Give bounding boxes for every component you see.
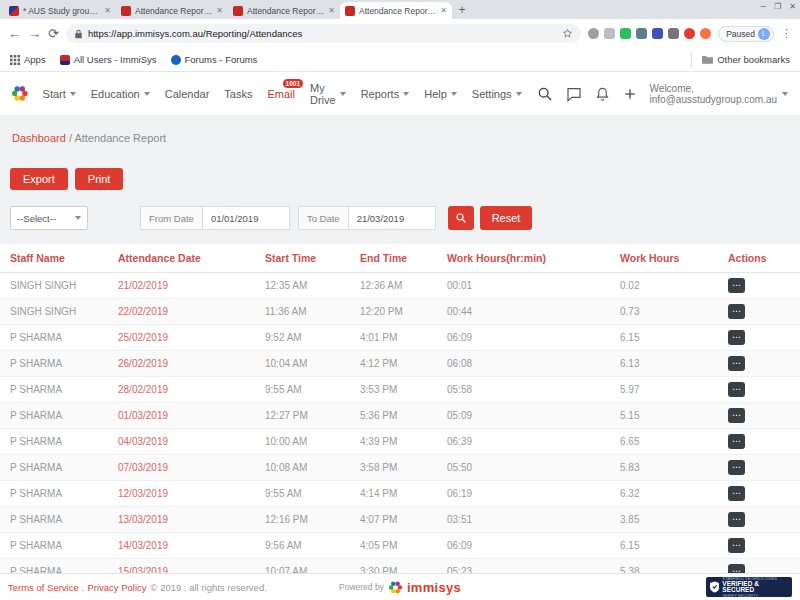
paused-extension-badge[interactable]: Paused L [718,26,774,42]
row-actions-button[interactable] [728,304,745,319]
table-row: P SHARMA 07/03/2019 10:08 AM 3:58 PM 05:… [0,455,800,481]
nav-item-my-drive[interactable]: My Drive [310,82,346,106]
staff-select[interactable]: --Select-- [10,206,88,230]
window-close-button[interactable]: ✕ [789,2,796,11]
nav-item-settings[interactable]: Settings [472,88,522,100]
new-tab-button[interactable] [452,3,472,19]
staff-select-value: --Select-- [17,213,56,224]
tab-title: Attendance Report - ImmiSys [359,6,436,16]
to-date-input[interactable] [348,206,436,230]
row-actions-button[interactable] [728,460,745,475]
row-actions-button[interactable] [728,486,745,501]
browser-menu-button[interactable] [781,27,792,40]
bookmark-favicon-icon [60,55,70,65]
back-button[interactable] [8,27,21,40]
extension-icon[interactable] [588,28,599,39]
row-actions-button[interactable] [728,382,745,397]
tab-close-icon[interactable] [104,7,111,15]
tab-close-icon[interactable] [440,7,447,15]
cell-actions [718,299,800,325]
nav-item-reports[interactable]: Reports [361,88,410,100]
row-actions-button[interactable] [728,512,745,527]
bookmark-item[interactable]: All Users - ImmiSys [60,54,157,65]
tab-title: Attendance Report - ImmiSys [135,6,212,16]
immisys-logo[interactable] [12,80,28,107]
profile-avatar[interactable]: L [758,28,770,40]
window-restore-button[interactable]: ❐ [774,2,781,11]
email-count-badge: 1001 [283,79,303,88]
row-actions-button[interactable] [728,356,745,371]
cell-staff-name: P SHARMA [0,455,108,481]
nav-item-help[interactable]: Help [424,88,457,100]
extension-icon[interactable] [636,28,647,39]
cell-start-time: 12:16 PM [255,507,350,533]
extension-icon[interactable] [652,28,663,39]
cell-attendance-date: 21/02/2019 [108,273,255,299]
paused-label: Paused [726,29,755,39]
nav-item-calendar[interactable]: Calendar [165,88,210,100]
cell-start-time: 10:04 AM [255,351,350,377]
add-button[interactable] [623,87,637,101]
nav-item-start[interactable]: Start [43,88,76,100]
search-button[interactable] [537,86,553,102]
window-minimize-button[interactable]: ─ [760,2,766,11]
extension-icon[interactable] [620,28,631,39]
cell-attendance-date: 25/02/2019 [108,325,255,351]
reset-button[interactable]: Reset [480,206,533,230]
from-date-input[interactable] [202,206,290,230]
cell-work-hours: 6.13 [610,351,718,377]
cell-end-time: 4:07 PM [350,507,437,533]
bookmark-star-icon[interactable] [562,28,573,39]
print-button[interactable]: Print [75,168,124,190]
search-icon [455,212,467,224]
row-actions-button[interactable] [728,330,745,345]
chevron-down-icon [782,92,788,96]
extension-icon[interactable] [700,28,711,39]
tab-close-icon[interactable] [216,7,223,15]
table-row: SINGH SINGH 22/02/2019 11:36 AM 12:20 PM… [0,299,800,325]
chevron-down-icon [451,92,457,96]
extension-icon[interactable] [668,28,679,39]
browser-tab[interactable]: Attendance Report - ImmiSys [228,2,340,19]
forward-button[interactable] [28,27,41,40]
nav-item-tasks[interactable]: Tasks [224,88,252,100]
tab-favicon-icon [345,6,355,16]
filter-search-button[interactable] [448,206,474,230]
bookmark-item[interactable]: Forums - Forums [171,54,258,65]
apps-button[interactable]: Apps [10,54,46,65]
table-row: P SHARMA 13/03/2019 12:16 PM 4:07 PM 03:… [0,507,800,533]
reload-button[interactable] [48,27,59,40]
cell-staff-name: P SHARMA [0,351,108,377]
immisys-footer-brand[interactable]: immisys [407,580,461,595]
col-attendance-date: Attendance Date [108,244,255,273]
notifications-button[interactable] [595,86,610,102]
privacy-link[interactable]: Privacy Policy [87,582,146,593]
col-actions: Actions [718,244,800,273]
tab-close-icon[interactable] [328,7,335,15]
row-actions-button[interactable] [728,278,745,293]
browser-tab-active[interactable]: Attendance Report - ImmiSys [340,2,452,19]
export-button[interactable]: Export [10,168,68,190]
address-bar[interactable]: https://app.immisys.com.au/Reporting/Att… [66,24,581,43]
browser-tab[interactable]: Attendance Report - ImmiSys [116,2,228,19]
breadcrumb-dashboard-link[interactable]: Dashboard [12,132,66,144]
report-actions: Export Print [0,154,800,190]
other-bookmarks-label: Other bookmarks [717,54,790,65]
verified-secured-badge[interactable]: STANFIELD TECHNOLOGIES VERIFIED & SECURE… [706,577,792,597]
extension-icon[interactable] [604,28,615,39]
nav-item-education[interactable]: Education [91,88,150,100]
user-menu[interactable]: Welcome, info@ausstudygroup.com.au [650,83,788,105]
row-actions-button[interactable] [728,408,745,423]
chat-button[interactable] [566,86,582,102]
nav-item-email[interactable]: Email1001 [267,88,295,100]
cell-staff-name: P SHARMA [0,429,108,455]
other-bookmarks-button[interactable]: Other bookmarks [691,52,790,68]
row-actions-button[interactable] [728,564,745,573]
extension-icon[interactable] [684,28,695,39]
row-actions-button[interactable] [728,538,745,553]
browser-tab[interactable]: * AUS Study group reporting tha [4,2,116,19]
cell-work-hours-hrmin: 06:39 [437,429,610,455]
cell-work-hours: 0.02 [610,273,718,299]
terms-link[interactable]: Terms of Service [8,582,79,593]
row-actions-button[interactable] [728,434,745,449]
